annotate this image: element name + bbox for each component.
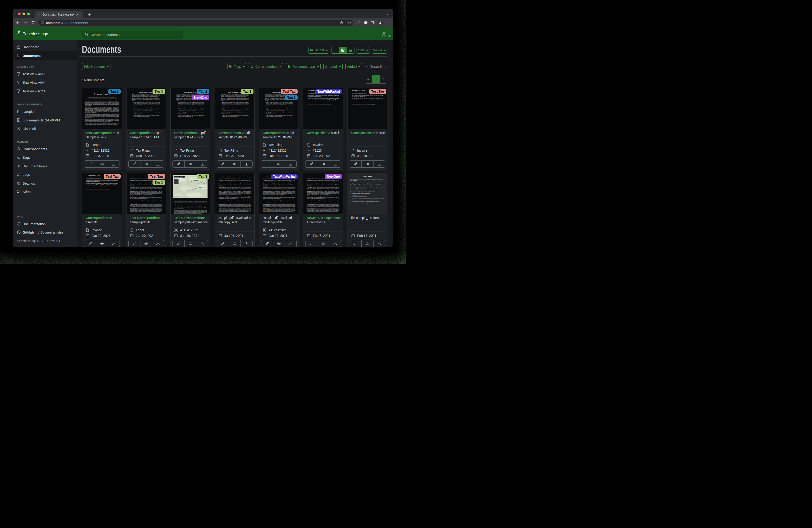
svg-text:Boundary Waters Trip: Boundary Waters Trip bbox=[175, 176, 186, 178]
svg-text:Google Earth: Google Earth bbox=[174, 196, 181, 197]
